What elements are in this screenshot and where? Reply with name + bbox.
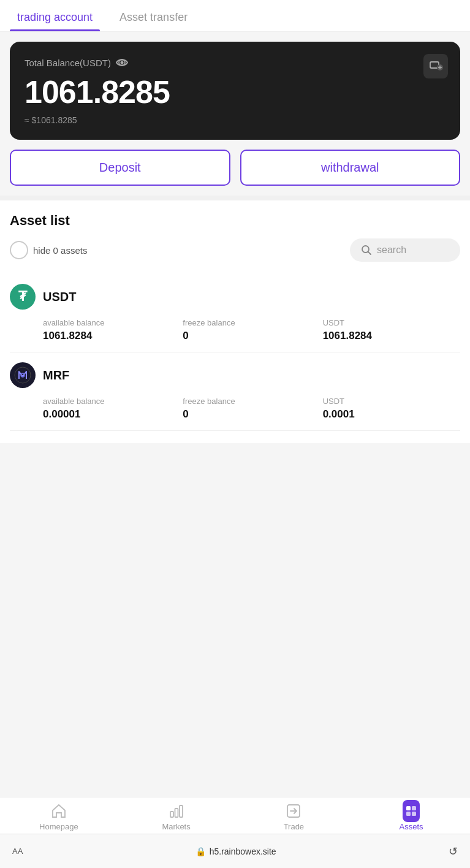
trade-icon	[285, 802, 302, 820]
nav-assets[interactable]: Assets	[387, 802, 436, 831]
tab-bar: trading account Asset transfer	[0, 0, 470, 32]
svg-rect-14	[412, 812, 416, 816]
usdt-currency-value: 1061.8284	[323, 330, 460, 342]
homepage-label: Homepage	[39, 822, 78, 831]
mrf-available-value: 0.00001	[43, 408, 180, 421]
usdt-freeze-col: freeze balance 0	[183, 318, 320, 342]
balance-label-text: Total Balance(USDT)	[25, 58, 111, 68]
svg-rect-8	[175, 809, 178, 817]
search-placeholder: search	[377, 245, 406, 256]
svg-point-5	[15, 367, 31, 383]
svg-rect-9	[180, 805, 183, 817]
balance-card: Total Balance(USDT) 1061.8285 ≈ $1061.82…	[10, 42, 460, 140]
usdt-available-label: available balance	[43, 318, 180, 327]
search-bar[interactable]: search	[350, 238, 460, 262]
asset-item-mrf: MRF available balance 0.00001 freeze bal…	[10, 352, 460, 431]
balance-amount: 1061.8285	[25, 74, 445, 110]
markets-icon	[168, 802, 185, 820]
usdt-balances: available balance 1061.8284 freeze balan…	[10, 318, 460, 342]
refresh-icon[interactable]: ↺	[449, 845, 458, 858]
nav-trade[interactable]: Trade	[269, 802, 318, 831]
card-icon-button[interactable]	[423, 54, 448, 78]
usdt-freeze-value: 0	[183, 330, 320, 342]
svg-rect-12	[412, 806, 416, 810]
usdt-symbol: USDT	[43, 290, 76, 304]
nav-markets[interactable]: Markets	[152, 802, 201, 831]
markets-label: Markets	[162, 822, 191, 831]
search-icon	[361, 245, 372, 256]
action-buttons: Deposit withdrawal	[10, 150, 460, 186]
usdt-logo: ₮	[10, 284, 36, 310]
usdt-available-value: 1061.8284	[43, 330, 180, 342]
mrf-currency-col: USDT 0.0001	[323, 397, 460, 421]
withdrawal-button[interactable]: withdrawal	[240, 150, 461, 186]
svg-rect-11	[406, 806, 411, 810]
svg-point-1	[120, 61, 123, 64]
mrf-symbol: MRF	[43, 368, 69, 383]
balance-usd: ≈ $1061.8285	[25, 115, 445, 125]
asset-controls: hide 0 assets search	[10, 238, 460, 262]
mrf-currency-value: 0.0001	[323, 408, 460, 421]
hide-assets-label: hide 0 assets	[33, 245, 87, 256]
nav-homepage[interactable]: Homepage	[34, 802, 83, 831]
usdt-currency-label: USDT	[323, 318, 460, 327]
url-text: h5.rainbowex.site	[210, 847, 276, 856]
deposit-button[interactable]: Deposit	[10, 150, 230, 186]
mrf-currency-label: USDT	[323, 397, 460, 406]
assets-icon	[403, 802, 420, 820]
section-divider	[0, 196, 470, 200]
mrf-freeze-label: freeze balance	[183, 397, 320, 406]
browser-url: 🔒 h5.rainbowex.site	[195, 847, 276, 856]
mrf-freeze-col: freeze balance 0	[183, 397, 320, 421]
hide-assets-toggle[interactable]	[10, 241, 28, 259]
asset-list-title: Asset list	[10, 213, 460, 229]
font-size-control[interactable]: AA	[12, 847, 23, 856]
usdt-logo-letter: ₮	[18, 289, 27, 305]
asset-list-section: Asset list hide 0 assets search ₮ USDT a…	[0, 200, 470, 443]
mrf-freeze-value: 0	[183, 408, 320, 421]
assets-label: Assets	[400, 822, 423, 831]
mrf-available-col: available balance 0.00001	[43, 397, 180, 421]
usdt-currency-col: USDT 1061.8284	[323, 318, 460, 342]
trade-label: Trade	[284, 822, 304, 831]
svg-rect-13	[406, 812, 411, 816]
mrf-available-label: available balance	[43, 397, 180, 406]
usdt-freeze-label: freeze balance	[183, 318, 320, 327]
browser-bar: AA 🔒 h5.rainbowex.site ↺	[0, 834, 470, 868]
bottom-nav: Homepage Markets Trade	[0, 797, 470, 834]
eye-icon[interactable]	[116, 56, 128, 69]
tab-trading-account[interactable]: trading account	[10, 0, 100, 31]
lock-icon: 🔒	[195, 847, 206, 856]
asset-header-usdt: ₮ USDT	[10, 284, 460, 310]
homepage-icon	[50, 802, 67, 820]
hide-assets-control[interactable]: hide 0 assets	[10, 241, 87, 259]
usdt-available-col: available balance 1061.8284	[43, 318, 180, 342]
svg-rect-7	[170, 812, 173, 817]
asset-header-mrf: MRF	[10, 362, 460, 388]
mrf-logo	[10, 362, 36, 388]
asset-item-usdt: ₮ USDT available balance 1061.8284 freez…	[10, 274, 460, 352]
balance-label-container: Total Balance(USDT)	[25, 56, 445, 69]
tab-asset-transfer[interactable]: Asset transfer	[112, 0, 195, 31]
mrf-balances: available balance 0.00001 freeze balance…	[10, 397, 460, 421]
